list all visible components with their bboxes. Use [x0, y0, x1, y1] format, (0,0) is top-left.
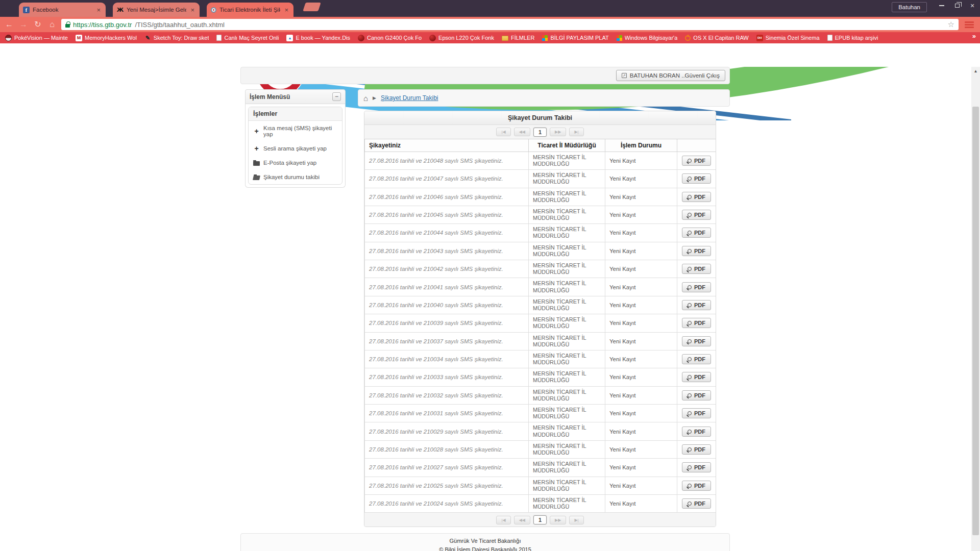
complaints-table: Şikayetiniz Ticaret İl Müdürlüğü İşlem D… [364, 139, 716, 513]
tab-title: Facebook [33, 7, 92, 13]
scrollbar[interactable]: ▲ ▼ [971, 67, 980, 551]
browser-tab[interactable]: Ticari Elektronik İleti Şikay × [207, 3, 293, 17]
plus-icon [253, 129, 260, 134]
pdf-button[interactable]: PDF [682, 481, 711, 491]
home-button[interactable]: ⌂ [47, 20, 57, 29]
magnifier-icon [688, 249, 692, 253]
pdf-button[interactable]: PDF [682, 462, 711, 472]
complaint-cell: 27.08.2016 tarihli ve 210042 sayılı SMS … [365, 260, 529, 278]
browser-tab[interactable]: Facebook × [19, 3, 106, 17]
bookmark-item[interactable]: Canlı Maç Seyret Onli [216, 35, 279, 41]
address-bar[interactable]: https://tiss.gtb.gov.tr/TISS/gtb/taahhut… [61, 19, 959, 30]
home-icon[interactable]: ⌂ [363, 94, 368, 102]
paginator-button[interactable]: ▶| [569, 516, 583, 524]
bookmark-item[interactable]: MemoryHackers Wol [76, 35, 137, 41]
paginator-button[interactable]: |◀ [496, 128, 510, 136]
pdf-button[interactable]: PDF [682, 246, 711, 256]
sidebar-menu-item[interactable]: Şikayet durumu takibi [249, 170, 342, 184]
close-icon[interactable]: × [189, 7, 195, 13]
paginator-button[interactable]: ▶▶ [550, 516, 566, 524]
back-button[interactable]: ← [4, 20, 14, 29]
pdf-button[interactable]: PDF [682, 498, 711, 509]
complaint-cell: 27.08.2016 tarihli ve 210031 sayılı SMS … [365, 405, 529, 422]
page-icon [827, 35, 832, 41]
external-link-icon [622, 73, 627, 78]
sidebar-menu-item[interactable]: Sesli arama şikayeti yap [249, 141, 342, 156]
magnifier-icon [688, 213, 692, 217]
paginator-button[interactable]: ▶▶ [550, 128, 566, 136]
table-row: 27.08.2016 tarihli ve 210046 sayılı SMS … [365, 188, 716, 206]
sidebar-menu-item[interactable]: Kısa mesaj (SMS) şikayeti yap [249, 121, 342, 141]
pdf-button[interactable]: PDF [682, 282, 711, 292]
pdf-button[interactable]: PDF [682, 427, 711, 437]
bookmark-item[interactable]: Sketch Toy: Draw sket [144, 35, 209, 41]
browser-tab[interactable]: Yeni Mesaj>İsimle Gelen F × [113, 3, 200, 17]
bookmarks-overflow-button[interactable]: » [972, 32, 976, 40]
pdf-button[interactable]: PDF [682, 372, 711, 382]
sidebar-menu-item[interactable]: E-Posta şikayeti yap [249, 156, 342, 170]
page-footer: Gümrük Ve Ticaret Bakanlığı © Bilgi İşle… [240, 533, 730, 551]
chevron-right-icon: ▶ [373, 95, 376, 101]
complaint-cell: 27.08.2016 tarihli ve 210045 sayılı SMS … [365, 206, 529, 223]
bookmark-item[interactable]: OS X El Capitan RAW [685, 35, 748, 41]
restore-icon [955, 4, 960, 8]
paginator-button[interactable]: ▶| [569, 128, 583, 136]
restore-button[interactable] [949, 0, 965, 11]
pdf-button[interactable]: PDF [682, 390, 711, 400]
breadcrumb-link[interactable]: Şikayet Durum Takibi [381, 94, 438, 102]
url-secure-part: https://tiss.gtb.gov.tr [73, 21, 132, 29]
pdf-button[interactable]: PDF [682, 318, 711, 328]
pdf-button[interactable]: PDF [682, 300, 711, 310]
bookmark-star-icon[interactable]: ☆ [948, 20, 954, 29]
paginator-button[interactable]: |◀ [496, 516, 510, 524]
paginator-button[interactable]: 1 [533, 515, 547, 524]
breadcrumb: ⌂ ▶ Şikayet Durum Takibi [358, 89, 730, 107]
bookmark-item[interactable]: E book — Yandex.Dis [286, 35, 350, 41]
pdf-button[interactable]: PDF [682, 192, 711, 202]
magnifier-icon [688, 285, 692, 289]
profile-button[interactable]: Batuhan [892, 2, 927, 12]
bookmark-item[interactable]: Canon G2400 Çok Fo [358, 35, 422, 41]
bookmark-item[interactable]: FİLMLER [502, 35, 534, 41]
status-cell: Yeni Kayıt [605, 332, 677, 350]
paginator-button[interactable]: 1 [533, 128, 547, 137]
close-icon: × [970, 2, 974, 9]
paginator-bottom: |◀◀◀1▶▶▶| [364, 513, 716, 527]
new-tab-button[interactable] [303, 3, 321, 11]
magnifier-icon [688, 339, 692, 343]
collapse-button[interactable]: − [332, 92, 341, 101]
pdf-button[interactable]: PDF [682, 173, 711, 184]
refresh-button[interactable]: ↻ [33, 20, 43, 29]
close-icon[interactable]: × [95, 7, 102, 13]
pdf-button[interactable]: PDF [682, 336, 711, 346]
bookmark-item[interactable]: Epson L220 Çok Fonk [429, 35, 494, 41]
paginator-button[interactable]: ◀◀ [514, 128, 530, 136]
forward-button[interactable]: → [18, 20, 29, 29]
scroll-up-icon[interactable]: ▲ [971, 67, 980, 75]
pdf-button[interactable]: PDF [682, 228, 711, 238]
minimize-button[interactable] [934, 0, 949, 11]
office-cell: MERSİN TİCARET İL MÜDÜRLÜĞÜ [529, 224, 605, 242]
magnifier-icon [688, 484, 692, 488]
status-cell: Yeni Kayıt [605, 494, 677, 512]
menu-icon[interactable] [965, 21, 974, 28]
table-title: Şikayet Durum Takibi [364, 111, 716, 125]
pdf-button[interactable]: PDF [682, 264, 711, 274]
pdf-button[interactable]: PDF [682, 210, 711, 220]
pdf-button[interactable]: PDF [682, 354, 711, 364]
bookmark-item[interactable]: Sinemia Özel Sinema [756, 35, 820, 41]
paginator-button[interactable]: ◀◀ [514, 516, 530, 524]
pdf-button[interactable]: PDF [682, 444, 711, 455]
complaint-cell: 27.08.2016 tarihli ve 210024 sayılı SMS … [365, 494, 529, 512]
bookmark-item[interactable]: BİLGİ PAYLASIM PLAT [542, 35, 608, 41]
scrollbar-thumb[interactable] [972, 107, 979, 535]
bookmark-item[interactable]: PokéVision — Mainte [5, 35, 68, 41]
close-icon[interactable]: × [283, 7, 289, 13]
bookmark-item[interactable]: Windows Bilgisayar'a [617, 35, 678, 41]
pdf-button[interactable]: PDF [682, 408, 711, 418]
pdf-button[interactable]: PDF [682, 156, 711, 166]
table-row: 27.08.2016 tarihli ve 210039 sayılı SMS … [365, 314, 716, 332]
logout-button[interactable]: BATUHAN BORAN ..Güvenli Çıkış [616, 70, 725, 81]
bookmark-item[interactable]: EPUB kitap arşivi [827, 35, 878, 41]
close-window-button[interactable]: × [965, 0, 980, 11]
